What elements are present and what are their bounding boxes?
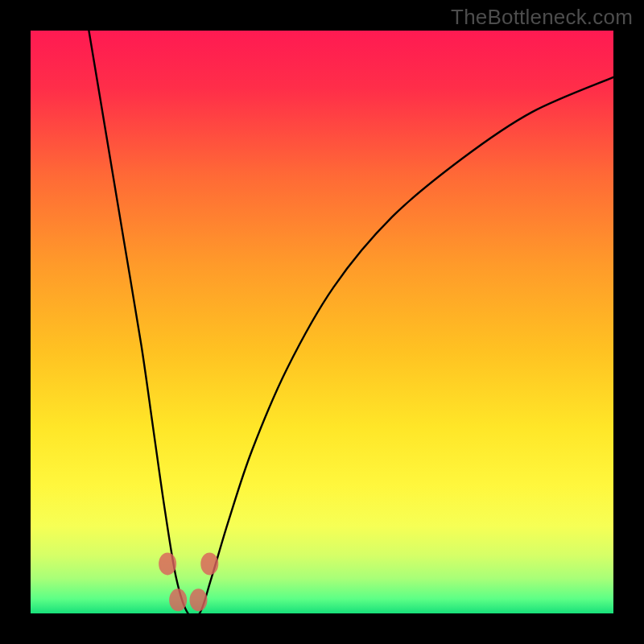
plot-area: [31, 31, 613, 613]
watermark-label: TheBottleneck.com: [451, 5, 633, 30]
curve-layer: [31, 31, 613, 613]
bottleneck-curve: [89, 31, 613, 613]
trough-marker: [169, 588, 187, 611]
trough-marker: [200, 552, 218, 575]
trough-marker: [159, 552, 176, 575]
trough-marker: [190, 588, 208, 611]
chart-frame: TheBottleneck.com: [0, 0, 644, 644]
